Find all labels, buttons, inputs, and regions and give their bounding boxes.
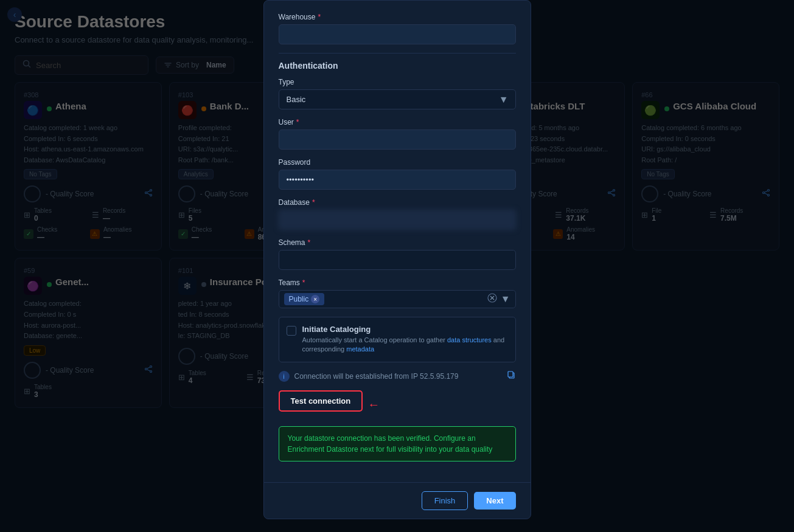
warehouse-label: Warehouse * bbox=[279, 13, 516, 21]
user-field-group: User * bbox=[279, 118, 516, 150]
teams-dropdown-button[interactable]: ▼ bbox=[501, 294, 510, 305]
next-button[interactable]: Next bbox=[474, 492, 515, 510]
database-input[interactable] bbox=[279, 210, 516, 230]
password-field-group: Password bbox=[279, 158, 516, 190]
info-icon: i bbox=[279, 371, 290, 382]
warehouse-field-group: Warehouse * bbox=[279, 13, 516, 44]
ip-info-text: Connection will be established from IP 5… bbox=[294, 372, 459, 381]
copy-ip-button[interactable] bbox=[507, 371, 516, 381]
initiate-cataloging-checkbox[interactable] bbox=[287, 326, 296, 336]
initiate-cataloging-desc: Automatically start a Catalog operation … bbox=[302, 336, 508, 354]
teams-field-group: Teams * Public × ▼ bbox=[279, 278, 516, 308]
auth-section-title: Authentication bbox=[279, 53, 516, 71]
ip-info-row: i Connection will be established from IP… bbox=[279, 371, 516, 382]
user-input[interactable] bbox=[279, 130, 516, 150]
finish-button[interactable]: Finish bbox=[422, 491, 468, 510]
teams-input-wrapper[interactable]: Public × ▼ bbox=[279, 290, 516, 308]
test-connection-area: Test connection ← bbox=[279, 390, 516, 419]
svg-rect-27 bbox=[508, 371, 513, 377]
type-label: Type bbox=[279, 78, 516, 86]
password-input[interactable] bbox=[279, 170, 516, 190]
database-field-group: Database * bbox=[279, 198, 516, 230]
success-banner: Your datastore connection has been verif… bbox=[279, 426, 516, 461]
schema-label: Schema * bbox=[279, 238, 516, 247]
schema-field-group: Schema * bbox=[279, 238, 516, 270]
modal: Warehouse * Authentication Type Basic ▼ bbox=[263, 0, 531, 519]
arrow-indicator: ← bbox=[367, 398, 380, 412]
type-select[interactable]: Basic bbox=[279, 89, 516, 109]
database-label: Database * bbox=[279, 198, 516, 207]
teams-label: Teams * bbox=[279, 278, 516, 287]
warehouse-required: * bbox=[318, 13, 321, 21]
type-field-group: Type Basic ▼ bbox=[279, 78, 516, 109]
schema-input[interactable] bbox=[279, 250, 516, 270]
password-label: Password bbox=[279, 158, 516, 167]
warehouse-input[interactable] bbox=[279, 24, 516, 44]
initiate-cataloging-row: Initiate Cataloging Automatically start … bbox=[279, 317, 516, 362]
modal-overlay: Warehouse * Authentication Type Basic ▼ bbox=[0, 0, 794, 532]
public-team-tag: Public × bbox=[284, 293, 325, 305]
teams-clear-button[interactable] bbox=[487, 293, 497, 305]
modal-footer: Finish Next bbox=[264, 482, 531, 519]
test-connection-button[interactable]: Test connection bbox=[279, 390, 363, 412]
user-label: User * bbox=[279, 118, 516, 126]
remove-public-tag-button[interactable]: × bbox=[311, 295, 319, 303]
type-select-wrapper: Basic ▼ bbox=[279, 89, 516, 109]
initiate-cataloging-label: Initiate Cataloging bbox=[302, 325, 508, 334]
